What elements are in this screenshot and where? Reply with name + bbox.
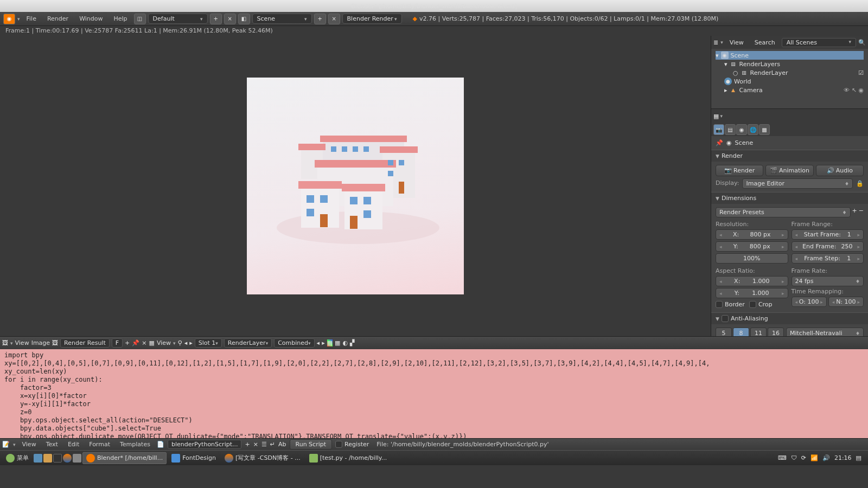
remove-preset-icon[interactable]: − bbox=[859, 207, 864, 217]
delete-scene-icon[interactable]: × bbox=[328, 14, 340, 24]
next-pass-icon[interactable]: ▸ bbox=[322, 339, 325, 346]
syntax-highlight-icon[interactable]: Ab bbox=[278, 441, 286, 448]
outliner-tree[interactable]: ▾◉Scene ▾▤RenderLayers ○▥RenderLayer☑ ●W… bbox=[711, 49, 868, 107]
delete-layout-icon[interactable]: × bbox=[224, 14, 236, 24]
prev-pass-icon[interactable]: ◂ bbox=[317, 339, 320, 346]
imgbar-view2[interactable]: View bbox=[157, 339, 171, 346]
properties-editor-icon[interactable]: ▦ bbox=[713, 113, 719, 120]
text-browse-icon[interactable]: 📄 bbox=[157, 441, 164, 448]
lock-interface-icon[interactable]: 🔒 bbox=[856, 180, 864, 187]
text-editor-content[interactable]: import bpy xy=[[0,2],[0,4],[0,5],[0,7],[… bbox=[0, 349, 868, 438]
files-icon[interactable] bbox=[43, 454, 52, 463]
tab-world[interactable]: 🌐 bbox=[748, 124, 758, 135]
start-frame-field[interactable]: ◂Start Frame:1▸ bbox=[792, 229, 864, 240]
panel-aa-header[interactable]: ▼Anti-Aliasing bbox=[711, 313, 868, 324]
panel-dimensions-header[interactable]: ▼Dimensions bbox=[711, 192, 868, 204]
end-frame-field[interactable]: ◂End Frame:250▸ bbox=[792, 241, 864, 252]
menu-help[interactable]: Help bbox=[110, 15, 132, 22]
editor-type-dropdown-icon[interactable]: ▾ bbox=[17, 16, 20, 22]
pin-icon[interactable]: 📌 bbox=[716, 139, 723, 146]
update-icon[interactable]: ⟳ bbox=[801, 454, 806, 461]
image-editor-icon[interactable]: 🖼 bbox=[2, 339, 8, 346]
clock-text[interactable]: 21:16 bbox=[834, 454, 852, 461]
tab-renderlayers[interactable]: ▤ bbox=[725, 124, 736, 135]
close-icon[interactable]: × bbox=[860, 3, 865, 10]
keyboard-icon[interactable]: ⌨ bbox=[778, 454, 787, 461]
textbar-templates[interactable]: Templates bbox=[117, 441, 154, 448]
aa-11-button[interactable]: 11 bbox=[750, 328, 767, 336]
image-editor-viewport[interactable] bbox=[0, 36, 711, 336]
panel-render-header[interactable]: ▼Render bbox=[711, 150, 868, 162]
pass-dropdown[interactable]: Combined▾ bbox=[274, 338, 314, 348]
resolution-pct-field[interactable]: 100% bbox=[716, 253, 788, 264]
blender-icon[interactable]: ◉ bbox=[3, 14, 15, 24]
old-mapping-field[interactable]: ◂O: 100▸ bbox=[792, 297, 827, 307]
frame-rate-dropdown[interactable]: 24 fps♦ bbox=[792, 276, 864, 286]
new-image-icon[interactable]: + bbox=[125, 339, 130, 346]
image-browse-icon[interactable]: 🖼 bbox=[52, 339, 58, 346]
scene-dropdown[interactable]: Scene▾ bbox=[252, 14, 312, 24]
start-menu-button[interactable]: 菜单 bbox=[2, 452, 33, 464]
unlink-text-icon[interactable]: × bbox=[253, 441, 258, 448]
add-layout-icon[interactable]: + bbox=[210, 14, 222, 24]
screen-layout-dropdown[interactable]: Default▾ bbox=[148, 14, 208, 24]
app-icon[interactable] bbox=[73, 454, 81, 463]
tab-render[interactable]: 📷 bbox=[713, 124, 724, 135]
outliner-search[interactable]: Search bbox=[750, 38, 780, 47]
text-editor-icon[interactable]: 📝 bbox=[2, 441, 10, 448]
add-scene-icon[interactable]: + bbox=[314, 14, 326, 24]
pin-image-icon[interactable]: 📌 bbox=[132, 339, 139, 346]
task-csdn[interactable]: [写文章 -CSDN博客 - ... bbox=[221, 452, 304, 464]
scene-browse-icon[interactable]: ◧ bbox=[238, 14, 250, 24]
back-to-previous-icon[interactable]: ◫ bbox=[134, 14, 146, 24]
aspect-y-field[interactable]: ◂Y:1.000▸ bbox=[716, 288, 788, 298]
channels-rgb-icon[interactable]: ▦ bbox=[335, 339, 340, 346]
tree-node-world[interactable]: ●World bbox=[716, 77, 864, 86]
word-wrap-icon[interactable]: ↵ bbox=[270, 441, 275, 448]
imgbar-view[interactable]: View bbox=[15, 339, 29, 346]
menu-file[interactable]: File bbox=[22, 15, 41, 22]
renderlayer-dropdown[interactable]: RenderLayer▾ bbox=[224, 338, 272, 348]
register-checkbox[interactable]: Register bbox=[335, 440, 369, 449]
new-mapping-field[interactable]: ◂N: 100▸ bbox=[828, 297, 864, 307]
menu-render[interactable]: Render bbox=[43, 15, 73, 22]
add-text-icon[interactable]: + bbox=[245, 441, 250, 448]
zoom-icon[interactable]: ⚲ bbox=[178, 339, 182, 346]
outliner-filter-dropdown[interactable]: All Scenes ▾ bbox=[782, 38, 856, 47]
textbar-view[interactable]: View bbox=[19, 441, 40, 448]
resolution-x-field[interactable]: ◂X:800 px▸ bbox=[716, 229, 788, 240]
task-testpy[interactable]: [test.py - /home/billy... bbox=[305, 452, 391, 464]
channels-z-icon[interactable]: ▞ bbox=[350, 339, 354, 346]
firefox-icon[interactable] bbox=[63, 454, 72, 463]
shield-icon[interactable]: 🛡 bbox=[791, 454, 797, 461]
audio-button[interactable]: 🔊Audio bbox=[816, 165, 864, 176]
outliner-view[interactable]: View bbox=[725, 38, 748, 47]
maximize-icon[interactable]: ✦ bbox=[851, 3, 856, 10]
animation-button[interactable]: 🎬Animation bbox=[765, 165, 813, 176]
aa-16-button[interactable]: 16 bbox=[768, 328, 784, 336]
crop-checkbox[interactable]: Crop bbox=[749, 300, 773, 309]
fake-user-field[interactable]: F bbox=[112, 338, 123, 348]
network-icon[interactable]: 📶 bbox=[810, 454, 818, 461]
resolution-y-field[interactable]: ◂Y:800 px▸ bbox=[716, 241, 788, 252]
imgbar-image[interactable]: Image bbox=[31, 339, 50, 346]
display-dropdown[interactable]: Image Editor♦ bbox=[742, 178, 853, 189]
tray-menu-icon[interactable]: ▤ bbox=[856, 454, 861, 461]
channels-alpha-icon[interactable]: ◐ bbox=[342, 339, 348, 346]
tree-node-scene[interactable]: ▾◉Scene bbox=[716, 51, 864, 60]
textbar-edit[interactable]: Edit bbox=[65, 441, 82, 448]
add-preset-icon[interactable]: + bbox=[852, 207, 857, 217]
aa-filter-dropdown[interactable]: Mitchell-Netravali♦ bbox=[786, 328, 864, 336]
task-blender[interactable]: Blender* [/home/bill... bbox=[82, 452, 167, 464]
aa-enable-checkbox[interactable] bbox=[722, 315, 729, 322]
border-checkbox[interactable]: Border bbox=[716, 300, 745, 309]
textbar-text[interactable]: Text bbox=[43, 441, 61, 448]
tab-texture[interactable]: ▩ bbox=[759, 124, 770, 135]
line-numbers-icon[interactable]: ☰ bbox=[261, 441, 267, 448]
text-name-field[interactable]: blenderPythonScript... bbox=[168, 440, 242, 449]
render-presets-dropdown[interactable]: Render Presets♦ bbox=[716, 207, 851, 217]
task-fontdesign[interactable]: FontDesign bbox=[168, 452, 220, 464]
aa-5-button[interactable]: 5 bbox=[716, 328, 732, 336]
next-slot-icon[interactable]: ▸ bbox=[189, 339, 193, 346]
terminal-icon[interactable] bbox=[53, 454, 62, 463]
